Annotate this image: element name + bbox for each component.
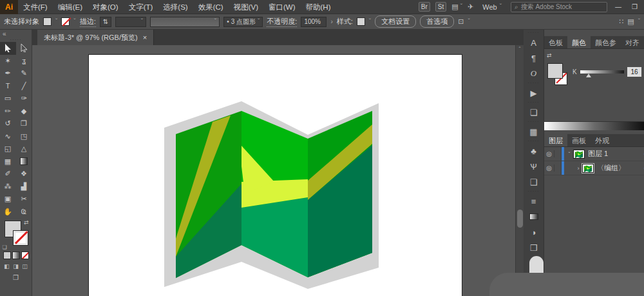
dots-grid-icon[interactable]: ∷ xyxy=(619,17,623,26)
document-setup-button[interactable]: 文档设置 xyxy=(375,15,416,28)
visibility-eye-icon[interactable]: ◎ xyxy=(544,164,554,172)
tab-layers[interactable]: 图层 xyxy=(544,134,567,146)
scroll-up-icon[interactable]: ˆ xyxy=(516,45,524,53)
brush-definition-select[interactable]: • 3 点圆形 ˇ xyxy=(223,17,263,27)
opacity-input[interactable]: 100% xyxy=(301,17,327,27)
stroke-panel-icon[interactable]: ≡ xyxy=(526,193,542,209)
brushes-panel-icon[interactable]: Ѱ xyxy=(526,159,542,174)
map-artwork[interactable] xyxy=(148,84,399,296)
lock-cell[interactable] xyxy=(554,161,562,175)
panel-list-icon[interactable]: ▤ xyxy=(627,17,634,26)
blend-tool[interactable]: ❖ xyxy=(16,168,32,181)
stroke-weight-select[interactable]: ˇ xyxy=(115,17,146,27)
swap-fill-stroke-icon[interactable]: ⇄ xyxy=(24,219,29,226)
screen-mode-icon[interactable]: ❐ xyxy=(13,274,19,281)
direct-selection-tool[interactable] xyxy=(16,42,32,55)
draw-normal-icon[interactable]: ◧ xyxy=(3,263,11,270)
export-panel-icon[interactable]: ❏ xyxy=(526,104,542,120)
slice-tool[interactable]: ✂ xyxy=(16,193,32,206)
publish-icon[interactable]: ✈ xyxy=(468,3,473,11)
preferences-button[interactable]: 首选项 xyxy=(420,15,454,28)
menu-help[interactable]: 帮助(H) xyxy=(301,0,336,14)
none-mode-button[interactable] xyxy=(21,252,29,259)
zoom-tool[interactable]: Ҩ xyxy=(16,206,32,219)
k-channel-value[interactable]: 16 xyxy=(627,67,641,77)
close-icon[interactable]: × xyxy=(143,34,147,41)
paragraph-panel-icon[interactable]: ¶ xyxy=(526,50,542,66)
menu-edit[interactable]: 编辑(E) xyxy=(53,0,88,14)
width-tool[interactable]: ∿ xyxy=(0,130,16,143)
scrollbar-thumb[interactable] xyxy=(517,210,523,228)
layer-row[interactable]: ◎ ˇ 图层 1 ○ xyxy=(544,147,644,161)
collapse-panel-icon[interactable]: « xyxy=(0,30,9,38)
menu-file[interactable]: 文件(F) xyxy=(18,0,53,14)
chevron-down-icon[interactable]: ˇ xyxy=(369,18,371,25)
chevron-down-icon[interactable]: ˇ xyxy=(73,18,75,25)
draw-inside-icon[interactable]: ◫ xyxy=(21,263,29,270)
type-tool[interactable]: T xyxy=(0,80,16,93)
stroke-color-swatch[interactable] xyxy=(61,17,70,26)
menu-view[interactable]: 视图(V) xyxy=(229,0,263,14)
rectangle-tool[interactable]: ▭ xyxy=(0,92,16,105)
transparency-panel-icon[interactable]: ◑ xyxy=(526,224,542,240)
perspective-grid-tool[interactable]: △ xyxy=(16,143,32,155)
stroke-weight-label[interactable]: 描边: xyxy=(80,17,96,27)
appearance-panel-icon[interactable]: ❒ xyxy=(526,240,542,255)
stock-button[interactable]: St xyxy=(435,2,446,12)
map-artwork[interactable] xyxy=(574,150,584,159)
layer-thumbnail[interactable] xyxy=(573,150,585,159)
layer-label[interactable]: 图层 1 xyxy=(588,149,608,159)
visibility-eye-icon[interactable]: ◎ xyxy=(544,150,554,157)
gradient-tool[interactable] xyxy=(16,155,32,168)
symbols-panel-icon[interactable]: ♣ xyxy=(526,143,542,159)
pen-tool[interactable]: ✒ xyxy=(0,67,16,80)
menu-window[interactable]: 窗口(W) xyxy=(263,0,301,14)
lock-cell[interactable] xyxy=(554,147,562,161)
eraser-tool[interactable]: ◆ xyxy=(16,105,32,118)
mesh-tool[interactable]: ▦ xyxy=(0,155,16,168)
color-spectrum-ramp[interactable] xyxy=(544,121,644,130)
shaper-tool[interactable]: ✏ xyxy=(0,105,16,118)
layer-thumbnail[interactable] xyxy=(582,164,594,173)
workspace-switcher[interactable]: Web ˇ xyxy=(482,3,502,11)
opacity-label[interactable]: 不透明度: xyxy=(267,17,297,27)
layer-label[interactable]: 〈编组〉 xyxy=(597,163,625,173)
tab-artboards[interactable]: 画板 xyxy=(567,134,591,146)
color-mode-button[interactable] xyxy=(3,252,11,259)
lasso-tool[interactable]: ʓ xyxy=(16,55,32,68)
actions-panel-icon[interactable]: ▶ xyxy=(526,85,542,101)
gradient-mode-button[interactable] xyxy=(12,252,20,259)
menu-effect[interactable]: 效果(C) xyxy=(193,0,229,14)
menu-select[interactable]: 选择(S) xyxy=(158,0,193,14)
free-transform-tool[interactable]: ◳ xyxy=(16,130,32,143)
minimize-button[interactable]: — xyxy=(612,3,624,10)
default-fill-stroke-icon[interactable]: ❏ xyxy=(3,244,7,250)
chevron-right-icon[interactable]: › xyxy=(574,165,582,172)
opentype-panel-icon[interactable]: O xyxy=(526,66,542,81)
swap-fill-stroke-icon[interactable]: ⇄ xyxy=(547,52,552,59)
restore-button[interactable]: ❐ xyxy=(629,3,640,10)
eyedropper-tool[interactable]: ✐ xyxy=(0,168,16,181)
arrange-documents-icon[interactable]: ▤ ˇ xyxy=(451,3,462,11)
symbol-sprayer-tool[interactable]: ⁂ xyxy=(0,181,16,193)
stroke-swatch[interactable] xyxy=(14,231,28,245)
vertical-scrollbar[interactable]: ˆ xyxy=(515,45,524,296)
style-swatch[interactable] xyxy=(357,17,365,26)
tab-align[interactable]: 对齐 xyxy=(621,36,644,48)
tab-color-guide[interactable]: 颜色参 xyxy=(591,36,621,48)
rotate-tool[interactable]: ↺ xyxy=(0,117,16,130)
chevron-down-icon[interactable]: ˇ xyxy=(468,18,469,25)
document-tab[interactable]: 未标题-3* @ 97% (RGB/预览) × xyxy=(37,30,154,45)
magic-wand-tool[interactable]: ✶ xyxy=(0,55,16,68)
stroke-weight-stepper[interactable]: ⇅ xyxy=(100,17,111,27)
hand-tool[interactable]: ✋ xyxy=(0,206,16,219)
tab-appearance[interactable]: 外观 xyxy=(591,134,614,146)
map-artwork[interactable] xyxy=(583,164,593,173)
line-segment-tool[interactable]: ╱ xyxy=(16,80,32,93)
color-panel-fill-swatch[interactable] xyxy=(547,63,563,79)
chevron-right-icon[interactable]: › xyxy=(330,18,332,25)
tab-swatches[interactable]: 色板 xyxy=(544,36,567,48)
artboard-tool[interactable]: ▣ xyxy=(0,193,16,206)
fill-color-swatch[interactable] xyxy=(43,17,52,26)
canvas-area[interactable] xyxy=(32,45,515,296)
